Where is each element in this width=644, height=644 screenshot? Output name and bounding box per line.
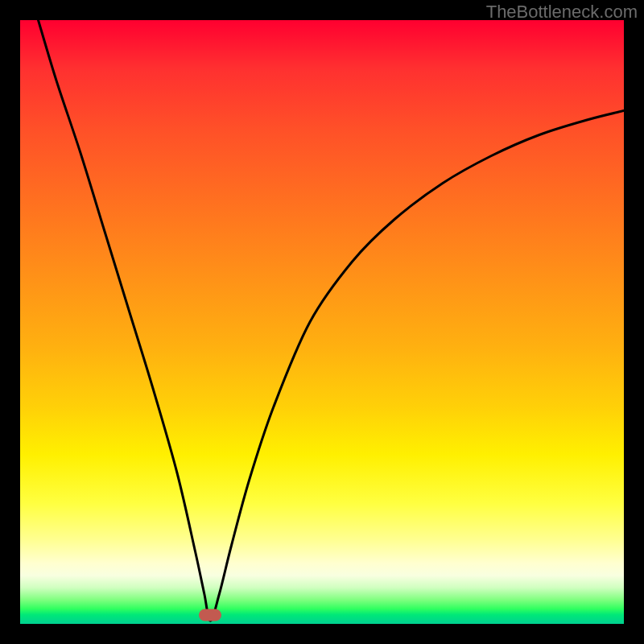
bottleneck-curve — [20, 20, 624, 624]
watermark-label: TheBottleneck.com — [486, 2, 638, 23]
plot-area — [20, 20, 624, 624]
optimal-marker — [199, 609, 221, 621]
